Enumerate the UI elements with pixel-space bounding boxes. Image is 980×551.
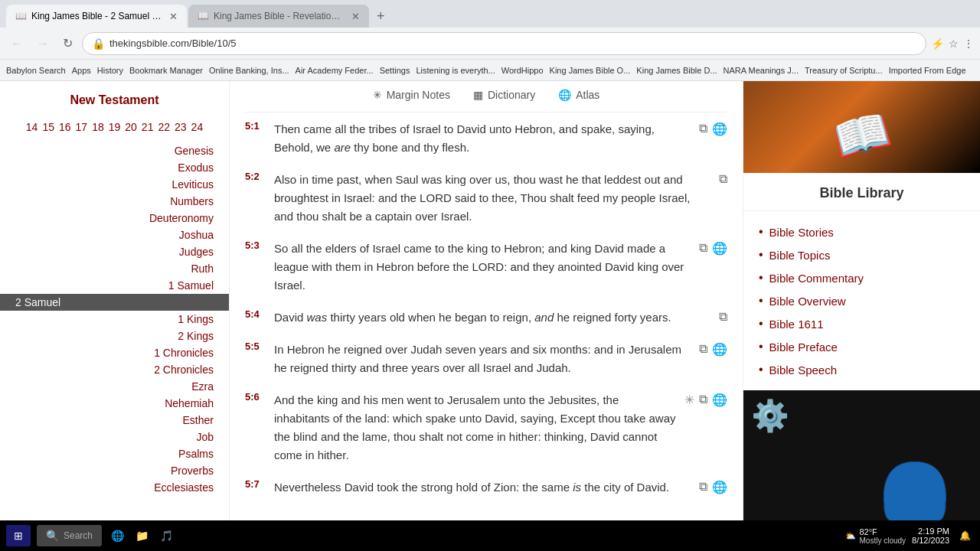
sidebar-book-ecclesiastes[interactable]: Ecclesiastes [0, 479, 229, 496]
new-tab-button[interactable]: + [371, 8, 391, 24]
bookmark-edge[interactable]: Imported From Edge [889, 66, 966, 75]
sidebar-book-genesis[interactable]: Genesis [0, 142, 229, 159]
sidebar-book-1samuel[interactable]: 1 Samuel [0, 277, 229, 294]
globe-icon-5-5[interactable]: 🌐 [712, 342, 727, 357]
sidebar-book-proverbs[interactable]: Proverbs [0, 462, 229, 479]
copy-icon-5-7[interactable]: ⧉ [699, 480, 707, 494]
sidebar-book-nehemiah[interactable]: Nehemiah [0, 395, 229, 412]
bookmark-airforce[interactable]: Air Academy Feder... [296, 66, 374, 75]
extensions-button[interactable]: ⚡ [931, 37, 944, 50]
forward-button[interactable]: → [32, 34, 54, 54]
datetime-widget: 2:19 PM 8/12/2023 [912, 527, 949, 545]
dictionary-button[interactable]: ▦ Dictionary [473, 89, 535, 101]
bookmark-nara[interactable]: NARA Meanings J... [724, 66, 799, 75]
bible-library-header: Bible Library [743, 173, 980, 211]
weather-icon: ⛅ [845, 531, 856, 541]
back-button[interactable]: ← [6, 34, 28, 54]
verse-ref-5-7: 5:7 [245, 478, 266, 490]
sidebar-book-psalms[interactable]: Psalms [0, 445, 229, 462]
notifications-button[interactable]: 🔔 [956, 527, 974, 545]
bookmark-kjbo[interactable]: King James Bible O... [550, 66, 631, 75]
sidebar-book-esther[interactable]: Esther [0, 412, 229, 429]
sidebar-book-1kings[interactable]: 1 Kings [0, 311, 229, 328]
sidebar-book-1chronicles[interactable]: 1 Chronicles [0, 344, 229, 361]
snowflake-icon-5-6[interactable]: ✳ [684, 393, 694, 407]
lib-link-commentary[interactable]: Bible Commentary [769, 272, 864, 285]
address-bar[interactable]: 🔒 thekingsbible.com/Bible/10/5 [82, 32, 926, 55]
bookmark-treasury[interactable]: Treasury of Scriptu... [805, 66, 883, 75]
dictionary-icon: ▦ [473, 89, 483, 101]
chapter-14[interactable]: 14 [26, 121, 38, 133]
sidebar-book-job[interactable]: Job [0, 429, 229, 445]
weather-info: 82°F Mostly cloudy [859, 527, 906, 545]
sidebar-book-2chronicles[interactable]: 2 Chronicles [0, 361, 229, 378]
globe-icon-5-3[interactable]: 🌐 [712, 241, 727, 256]
bookmark-apps[interactable]: Apps [72, 66, 91, 75]
bookmark-star-button[interactable]: ☆ [949, 37, 959, 50]
tab-1[interactable]: 📖 King James Bible - 2 Samuel <s... ✕ [6, 5, 187, 28]
taskbar-media[interactable]: 🎵 [157, 527, 175, 545]
lib-link-speech[interactable]: Bible Speech [769, 364, 837, 377]
video-background-items: ⚙️ [751, 398, 789, 434]
verse-5-6: 5:6 And the king and his men went to Jer… [245, 391, 727, 465]
sidebar-book-deuteronomy[interactable]: Deuteronomy [0, 210, 229, 227]
bookmark-banking[interactable]: Online Banking, Ins... [209, 66, 289, 75]
sidebar-book-ruth[interactable]: Ruth [0, 260, 229, 277]
lib-link-stories[interactable]: Bible Stories [769, 226, 834, 239]
search-bar[interactable]: 🔍 Search [37, 525, 102, 546]
chapter-15[interactable]: 15 [42, 121, 54, 133]
copy-icon-5-6[interactable]: ⧉ [699, 393, 707, 406]
sidebar-book-ezra[interactable]: Ezra [0, 378, 229, 395]
chapter-22[interactable]: 22 [158, 121, 170, 133]
chapter-16[interactable]: 16 [59, 121, 71, 133]
start-button[interactable]: ⊞ [6, 525, 31, 546]
chapter-23[interactable]: 23 [175, 121, 187, 133]
copy-icon-5-5[interactable]: ⧉ [699, 342, 707, 356]
chapter-24[interactable]: 24 [191, 121, 204, 133]
bookmark-kjbd[interactable]: King James Bible D... [636, 66, 717, 75]
tab-2[interactable]: 📖 King James Bible - Revelation <... ✕ [188, 5, 369, 28]
verse-ref-5-6: 5:6 [245, 391, 266, 403]
copy-icon-5-1[interactable]: ⧉ [699, 122, 707, 135]
sidebar-book-numbers[interactable]: Numbers [0, 193, 229, 210]
copy-icon-5-2[interactable]: ⧉ [719, 172, 727, 186]
lib-link-topics[interactable]: Bible Topics [769, 249, 831, 262]
copy-icon-5-3[interactable]: ⧉ [699, 241, 707, 255]
lib-item-topics: • Bible Topics [759, 243, 965, 266]
sidebar-book-leviticus[interactable]: Leviticus [0, 176, 229, 193]
globe-icon-5-7[interactable]: 🌐 [712, 480, 727, 494]
sidebar-book-2samuel[interactable]: 2 Samuel [0, 294, 229, 311]
margin-notes-button[interactable]: ✳ Margin Notes [373, 89, 450, 101]
reload-button[interactable]: ↻ [58, 33, 77, 54]
bookmark-babylon[interactable]: Babylon Search [6, 66, 66, 75]
chapter-21[interactable]: 21 [142, 121, 154, 133]
lib-link-overview[interactable]: Bible Overview [769, 295, 846, 308]
sidebar-book-judges[interactable]: Judges [0, 243, 229, 260]
bookmark-settings[interactable]: Settings [380, 66, 410, 75]
bookmark-manager[interactable]: Bookmark Manager [129, 66, 203, 75]
copy-icon-5-4[interactable]: ⧉ [719, 310, 727, 324]
verse-5-4: 5:4 David was thirty years old when he b… [245, 308, 727, 327]
sidebar-book-joshua[interactable]: Joshua [0, 227, 229, 243]
globe-icon-5-6[interactable]: 🌐 [712, 393, 727, 407]
bookmark-wordhippo[interactable]: WordHippo [501, 66, 544, 75]
bookmark-listening[interactable]: Listening is everyth... [416, 66, 495, 75]
bookmark-history[interactable]: History [97, 66, 123, 75]
menu-button[interactable]: ⋮ [963, 37, 974, 50]
verse-5-2: 5:2 Also in time past, when Saul was kin… [245, 171, 727, 226]
tab2-close[interactable]: ✕ [351, 11, 360, 22]
taskbar-chrome[interactable]: 🌐 [108, 527, 126, 545]
chapter-18[interactable]: 18 [92, 121, 104, 133]
chapter-17[interactable]: 17 [76, 121, 88, 133]
chapter-19[interactable]: 19 [109, 121, 121, 133]
sidebar-book-exodus[interactable]: Exodus [0, 159, 229, 176]
verse-icons-5-3: ⧉ 🌐 [699, 240, 727, 256]
globe-icon-5-1[interactable]: 🌐 [712, 122, 727, 136]
lib-link-preface[interactable]: Bible Preface [769, 341, 838, 354]
chapter-20[interactable]: 20 [125, 121, 137, 133]
taskbar-explorer[interactable]: 📁 [132, 527, 151, 545]
tab1-close[interactable]: ✕ [169, 11, 178, 22]
lib-link-1611[interactable]: Bible 1611 [769, 318, 824, 331]
sidebar-book-2kings[interactable]: 2 Kings [0, 328, 229, 344]
atlas-button[interactable]: 🌐 Atlas [558, 89, 599, 101]
